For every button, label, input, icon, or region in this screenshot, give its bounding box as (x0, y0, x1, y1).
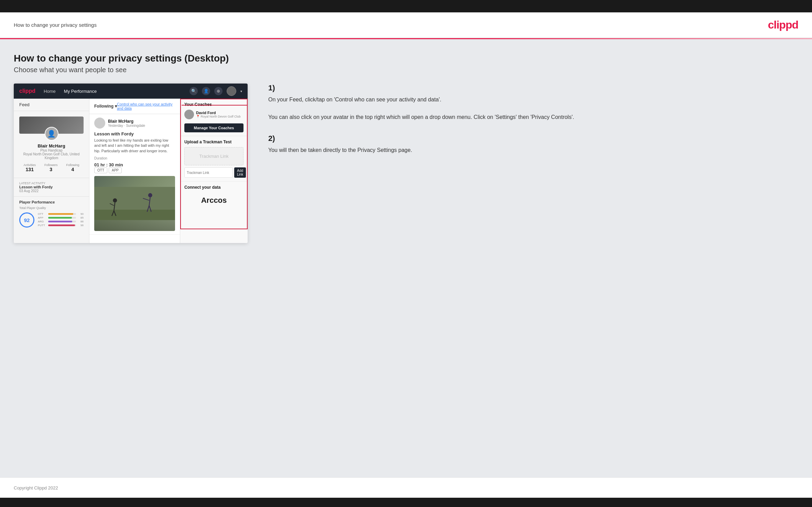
app-right-panel: Your Coaches David Ford 📍 Royal North De… (180, 99, 248, 243)
stat-following-label: Following (66, 163, 79, 167)
step-2-number: 2) (268, 134, 798, 143)
person-icon[interactable]: 👤 (202, 87, 210, 95)
perf-body: 92 OTT 90 APP 85 ARG 86 PUT (19, 212, 84, 228)
perf-bar-label: PUTT (38, 224, 47, 227)
app-screenshot: clippd Home My Performance 🔍 👤 ⊕ ▾ Feed (14, 84, 248, 243)
latest-name: Lesson with Fordy (19, 185, 84, 189)
profile-card: Blair McHarg Plus Handicap Royal North D… (14, 111, 89, 178)
header-title: How to change your privacy settings (14, 22, 97, 28)
perf-bar-track (48, 217, 76, 219)
profile-name: Blair McHarg (19, 143, 84, 148)
perf-bar-value: 96 (77, 224, 84, 227)
stat-activities-label: Activities (23, 163, 36, 167)
app-body: Feed Blair McHarg Plus Handicap Royal No… (14, 99, 248, 243)
annotation-arrow (182, 105, 248, 106)
quality-label: Total Player Quality (19, 206, 84, 210)
profile-avatar (45, 127, 58, 141)
stat-activities-value: 131 (23, 167, 36, 172)
post-title: Lesson with Fordy (94, 131, 175, 136)
profile-sub: Plus Handicap (19, 148, 84, 152)
bottom-bar (0, 498, 812, 507)
perf-bar-value: 86 (77, 220, 84, 223)
perf-bar-row: ARG 86 (38, 220, 84, 223)
add-link-button[interactable]: Add Link (234, 167, 246, 178)
post-author-name: Blair McHarg (108, 119, 145, 124)
nav-item-home[interactable]: Home (44, 89, 56, 94)
app-nav-logo: clippd (19, 88, 35, 94)
top-bar (0, 0, 812, 12)
app-sidebar: Feed Blair McHarg Plus Handicap Royal No… (14, 99, 89, 243)
profile-stats: Activities 131 Followers 3 Following 4 (19, 163, 84, 172)
manage-coaches-button[interactable]: Manage Your Coaches (184, 123, 243, 132)
stat-activities: Activities 131 (23, 163, 36, 172)
following-button[interactable]: Following ▾ (94, 104, 117, 109)
perf-bar-fill (48, 221, 72, 222)
perf-bar-track (48, 221, 76, 222)
post-header: Blair McHarg Yesterday · Sunningdale (94, 118, 175, 129)
avatar-chevron: ▾ (240, 89, 242, 93)
trackman-input-row: Add Link (184, 167, 243, 178)
perf-bars: OTT 90 APP 85 ARG 86 PUTT 96 (38, 212, 84, 228)
feed-header: Following ▾ Control who can see your act… (89, 99, 180, 114)
perf-bar-fill (48, 224, 75, 226)
perf-bar-value: 90 (77, 212, 84, 216)
step-1-number: 1) (268, 84, 798, 92)
latest-date: 03 Aug 2022 (19, 189, 84, 193)
app-feed: Following ▾ Control who can see your act… (89, 99, 180, 243)
coaches-title: Your Coaches (184, 102, 243, 107)
post-image-svg (94, 176, 175, 231)
connect-section: Connect your data Arccos (180, 181, 248, 212)
pin-icon: 📍 (196, 115, 200, 118)
nav-icons: 🔍 👤 ⊕ ▾ (190, 86, 242, 96)
stat-followers: Followers 3 (44, 163, 58, 172)
perf-bar-label: APP (38, 216, 47, 219)
svg-rect-1 (94, 210, 175, 220)
nav-item-performance[interactable]: My Performance (64, 89, 97, 94)
perf-bar-fill (48, 217, 72, 219)
perf-bar-value: 85 (77, 216, 84, 219)
settings-icon[interactable]: ⊕ (214, 87, 223, 95)
stat-following: Following 4 (66, 163, 79, 172)
main-content: How to change your privacy settings (Des… (0, 39, 812, 477)
upload-title: Upload a Trackman Test (184, 140, 243, 144)
feed-tab[interactable]: Feed (14, 99, 89, 111)
profile-bg (19, 117, 84, 134)
post-description: Looking to feel like my hands are exitin… (94, 138, 175, 154)
tag-app: APP (109, 167, 122, 173)
control-link[interactable]: Control who can see your activity and da… (117, 102, 175, 110)
step-1-text: On your Feed, click/tap on 'Control who … (268, 95, 798, 122)
post-duration-value: 01 hr : 30 min (94, 162, 175, 167)
following-label: Following (94, 104, 113, 109)
feed-post: Blair McHarg Yesterday · Sunningdale Les… (89, 114, 180, 235)
trackman-input[interactable] (184, 167, 233, 178)
page-title: How to change your privacy settings (Des… (14, 53, 798, 64)
perf-label: Player Performance (19, 200, 84, 204)
coaches-section: Your Coaches David Ford 📍 Royal North De… (180, 99, 248, 136)
upload-section: Upload a Trackman Test Trackman Link Add… (180, 136, 248, 181)
stat-followers-value: 3 (44, 167, 58, 172)
coach-item: David Ford 📍 Royal North Devon Golf Club (184, 110, 243, 119)
coach-name: David Ford (196, 111, 241, 115)
perf-bar-row: APP 85 (38, 216, 84, 219)
user-avatar[interactable] (227, 86, 236, 96)
clippd-logo: clippd (768, 19, 798, 31)
search-icon[interactable]: 🔍 (190, 87, 198, 95)
stat-followers-label: Followers (44, 163, 58, 167)
profile-location: Royal North Devon Golf Club, United King… (19, 152, 84, 160)
post-image (94, 176, 175, 231)
page-heading: How to change your privacy settings (Des… (14, 53, 798, 74)
page-subtitle: Choose what you want people to see (14, 66, 798, 74)
coach-avatar (184, 110, 194, 119)
latest-label: Latest Activity (19, 181, 84, 185)
post-author-sub: Yesterday · Sunningdale (108, 124, 145, 128)
connect-title: Connect your data (184, 185, 243, 190)
tag-ott: OTT (94, 167, 107, 173)
step-2-text: You will then be taken directly to the P… (268, 146, 798, 155)
perf-bar-row: OTT 90 (38, 212, 84, 216)
perf-bar-track (48, 224, 76, 226)
post-duration-label: Duration (94, 156, 175, 160)
perf-bar-label: OTT (38, 212, 47, 216)
post-tags: OTT APP (94, 167, 175, 173)
score-circle: 92 (19, 212, 34, 228)
perf-bar-fill (48, 213, 73, 215)
